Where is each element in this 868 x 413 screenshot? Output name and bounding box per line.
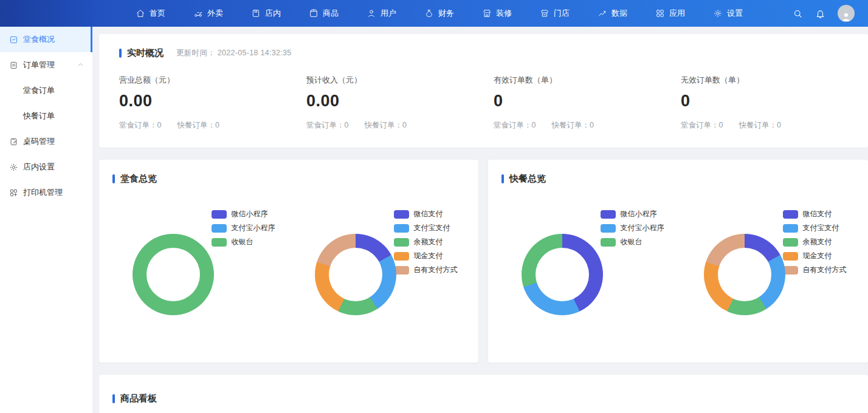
legend-label: 收银台 [232, 237, 253, 247]
nav-item-label: 商品 [323, 8, 339, 19]
legend-item[interactable]: 微信小程序 [212, 209, 275, 219]
realtime-overview-title: 实时概况 更新时间： 2022-05-18 14:32:35 [119, 47, 868, 59]
notification-bell-icon[interactable] [815, 9, 825, 19]
legend-item[interactable]: 余额支付 [783, 237, 847, 247]
legend-item[interactable]: 支付宝支付 [394, 223, 458, 233]
donut-hole [536, 248, 589, 301]
sidebar-item-label: 堂食订单 [23, 85, 55, 96]
legend-swatch [601, 210, 616, 219]
title-accent-bar [112, 394, 115, 403]
panel-title-text: 商品看板 [120, 393, 157, 404]
nav-item-label: 门店 [554, 8, 570, 19]
stat-card-subs: 堂食订单：0 快餐订单：0 [681, 120, 868, 131]
stat-sub-dine-in: 堂食订单：0 [681, 120, 723, 131]
legend-item[interactable]: 支付宝小程序 [212, 223, 275, 233]
legend-item[interactable]: 微信支付 [394, 209, 458, 219]
search-icon[interactable] [793, 9, 803, 19]
nav-item-takeout[interactable]: 外卖 [179, 0, 237, 27]
legend-label: 余额支付 [414, 237, 443, 247]
dine-in-overview-panel: 堂食总览 微信小程序支付宝小程序收银台 微信支付支付宝支付余额支付现金支付自有支… [99, 160, 478, 363]
nav-item-apps[interactable]: 应用 [641, 0, 699, 27]
update-time-label: 更新时间： [176, 49, 215, 57]
donut-hole [146, 248, 200, 301]
legend-item[interactable]: 收银台 [212, 237, 275, 247]
in-store-icon [251, 9, 261, 18]
user-avatar[interactable] [838, 5, 855, 22]
legend-item[interactable]: 支付宝小程序 [601, 223, 664, 233]
stat-card-label: 预计收入（元） [306, 75, 494, 86]
sidebar-item-table-code-management[interactable]: 桌码管理 [0, 129, 92, 154]
stat-card-subs: 堂食订单：0 快餐订单：0 [306, 120, 494, 131]
store-icon [540, 9, 549, 18]
legend-item[interactable]: 自有支付方式 [394, 265, 458, 275]
nav-item-decoration[interactable]: 装修 [468, 0, 526, 27]
data-chart-icon [598, 9, 607, 18]
legend-label: 余额支付 [803, 237, 832, 247]
apps-grid-icon [655, 9, 665, 18]
legend-swatch [783, 224, 798, 233]
charts-row: 堂食总览 微信小程序支付宝小程序收银台 微信支付支付宝支付余额支付现金支付自有支… [99, 160, 868, 363]
nav-item-in-store[interactable]: 店内 [237, 0, 295, 27]
donut-hole [718, 248, 771, 301]
storefront-icon [482, 9, 492, 18]
legend-swatch [212, 210, 227, 219]
nav-item-finance[interactable]: 财务 [410, 0, 468, 27]
stat-card-value: 0 [681, 92, 868, 111]
delivery-icon [193, 9, 203, 18]
stat-sub-dine-in: 堂食订单：0 [306, 120, 348, 131]
sidebar: 堂食概况 订单管理 堂食订单 快餐订单 桌码管理 店内设置 打印机管理 [0, 27, 92, 413]
sidebar-item-dine-in-overview[interactable]: 堂食概况 [0, 27, 92, 52]
update-time: 更新时间： 2022-05-18 14:32:35 [176, 48, 292, 58]
fast-food-payment-donut-chart: 微信支付支付宝支付余额支付现金支付自有支付方式 [684, 185, 866, 315]
sidebar-item-in-store-settings[interactable]: 店内设置 [0, 154, 92, 180]
legend-item[interactable]: 微信支付 [783, 209, 847, 219]
legend-item[interactable]: 支付宝支付 [783, 223, 847, 233]
stat-card-valid-orders: 有效订单数（单） 0 堂食订单：0 快餐订单：0 [494, 75, 681, 131]
sidebar-item-fast-food-orders[interactable]: 快餐订单 [0, 103, 92, 129]
legend-label: 微信小程序 [621, 209, 657, 219]
settings-gear-icon [9, 163, 18, 172]
stat-card-expected-income: 预计收入（元） 0.00 堂食订单：0 快餐订单：0 [306, 75, 494, 131]
sidebar-item-dine-in-orders[interactable]: 堂食订单 [0, 78, 92, 103]
nav-item-data[interactable]: 数据 [584, 0, 641, 27]
nav-item-settings[interactable]: 设置 [699, 0, 757, 27]
printer-grid-icon [9, 188, 18, 197]
nav-item-label: 装修 [496, 8, 512, 19]
stat-cards: 营业总额（元） 0.00 堂食订单：0 快餐订单：0 预计收入（元） 0.00 … [119, 75, 868, 131]
chevron-up-icon [77, 61, 84, 70]
stat-sub-fast-food: 快餐订单：0 [551, 120, 593, 131]
legend-item[interactable]: 收银台 [601, 237, 664, 247]
title-accent-bar [501, 174, 504, 183]
legend-item[interactable]: 现金支付 [394, 251, 458, 261]
legend-item[interactable]: 现金支付 [783, 251, 847, 261]
legend-label: 支付宝小程序 [232, 223, 275, 233]
nav-item-goods[interactable]: 商品 [295, 0, 353, 27]
fast-food-overview-panel: 快餐总览 微信小程序支付宝小程序收银台 微信支付支付宝支付余额支付现金支付自有支… [488, 160, 868, 363]
donut [133, 234, 214, 315]
legend-label: 现金支付 [803, 251, 832, 261]
sidebar-item-label: 快餐订单 [23, 111, 55, 121]
legend-swatch [394, 224, 409, 233]
stat-card-invalid-orders: 无效订单数（单） 0 堂食订单：0 快餐订单：0 [681, 75, 868, 131]
legend-item[interactable]: 微信小程序 [601, 209, 664, 219]
dine-in-payment-donut-chart: 微信支付支付宝支付余额支付现金支付自有支付方式 [295, 185, 477, 315]
stat-sub-fast-food: 快餐订单：0 [364, 120, 406, 131]
legend-label: 支付宝小程序 [621, 223, 664, 233]
nav-item-stores[interactable]: 门店 [526, 0, 584, 27]
fast-food-charts: 微信小程序支付宝小程序收银台 微信支付支付宝支付余额支付现金支付自有支付方式 [501, 185, 868, 315]
nav-item-home[interactable]: 首页 [122, 0, 179, 27]
sidebar-item-printer-management[interactable]: 打印机管理 [0, 180, 92, 205]
legend-swatch [601, 224, 616, 233]
stat-card-value: 0.00 [306, 92, 494, 111]
sidebar-item-order-management[interactable]: 订单管理 [0, 52, 92, 78]
settings-gear-icon [713, 9, 723, 18]
legend-item[interactable]: 余额支付 [394, 237, 458, 247]
nav-item-label: 用户 [381, 8, 396, 19]
legend-item[interactable]: 自有支付方式 [783, 265, 847, 275]
stat-card-label: 有效订单数（单） [494, 75, 681, 86]
finance-icon [424, 9, 434, 18]
nav-item-users[interactable]: 用户 [353, 0, 410, 27]
nav-item-label: 设置 [727, 8, 743, 19]
sidebar-item-label: 打印机管理 [23, 187, 63, 198]
legend-swatch [394, 210, 409, 219]
